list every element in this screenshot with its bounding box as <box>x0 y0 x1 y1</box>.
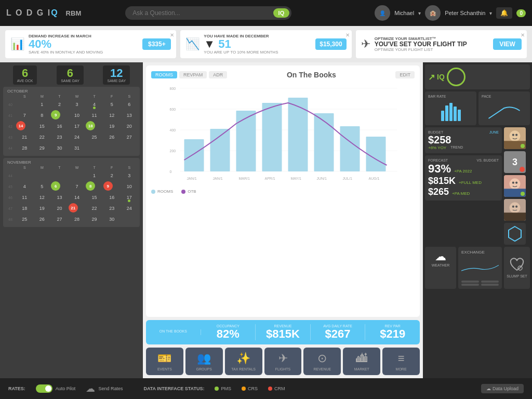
cal-cell[interactable]: 14 <box>69 192 86 203</box>
cal-cell[interactable]: 4 <box>16 181 33 192</box>
cal-cell[interactable]: 22 <box>86 203 103 214</box>
forecast-revenue: $815K <box>428 176 456 187</box>
cal-cell[interactable]: 1 <box>34 99 51 110</box>
cal-cell[interactable] <box>16 99 33 110</box>
exchange-btn-1[interactable] <box>461 281 479 283</box>
cal-cell[interactable]: 21 <box>16 132 33 142</box>
cal-cell[interactable]: 6 <box>121 99 138 110</box>
cal-cell[interactable]: 2 <box>103 170 121 181</box>
weather-box[interactable]: ☁ WEATHER <box>425 247 456 289</box>
cal-cell[interactable]: 9 <box>51 110 60 119</box>
auto-pilot-toggle[interactable] <box>36 384 52 393</box>
alert-2-box[interactable]: $15,300 <box>315 38 346 50</box>
cal-cell[interactable]: 3 <box>121 170 138 181</box>
cal-cell[interactable]: 7 <box>16 110 33 121</box>
cal-cell[interactable]: 15 <box>34 121 51 131</box>
exchange-btn-2[interactable] <box>481 281 499 283</box>
user2-chevron[interactable]: ▾ <box>489 10 492 16</box>
tab-adr[interactable]: ADR <box>209 71 227 78</box>
cal-cell[interactable]: 24 <box>69 132 86 142</box>
alert-3-box[interactable]: VIEW <box>493 38 522 50</box>
cal-cell[interactable]: 14 <box>16 121 25 130</box>
icon-events[interactable]: 🎫 EVENTS <box>146 348 183 375</box>
data-upload-button[interactable]: ☁ Data Upload <box>481 384 524 393</box>
user1-chevron[interactable]: ▾ <box>418 10 421 16</box>
cal-cell[interactable]: 21 <box>69 203 78 212</box>
cal-cell[interactable]: 9 <box>103 181 113 191</box>
cal-cell[interactable]: 27 <box>51 214 68 224</box>
cal-cell[interactable]: 18 <box>16 203 33 214</box>
alert-1-box[interactable]: $335+ <box>142 38 171 50</box>
icon-market[interactable]: 🏙 MARKET <box>343 348 380 375</box>
icon-groups[interactable]: 👥 GROUPS <box>185 348 223 375</box>
search-input[interactable] <box>125 6 291 20</box>
cal-cell[interactable]: 28 <box>69 214 86 224</box>
cal-cell[interactable]: 3 <box>69 99 86 110</box>
exchange-btn-3[interactable] <box>461 284 479 286</box>
cal-cell[interactable]: 5 <box>34 181 51 192</box>
cal-cell[interactable]: 10 <box>121 181 138 192</box>
cal-cell[interactable]: 4 <box>86 99 103 110</box>
cloud-upload-icon: ☁ <box>86 383 95 394</box>
cal-cell[interactable]: 12 <box>34 192 51 203</box>
cal-cell[interactable]: 16 <box>51 121 68 131</box>
slump-set-box[interactable]: SLUMP SET <box>504 247 530 289</box>
cal-cell[interactable]: 17 <box>121 192 138 203</box>
tab-revpam[interactable]: REVPAM <box>179 71 207 78</box>
cal-cell[interactable]: 29 <box>86 214 103 224</box>
cal-cell[interactable]: 27 <box>121 132 138 142</box>
cal-cell[interactable]: 29 <box>34 143 51 153</box>
cal-cell[interactable]: 12 <box>103 110 121 121</box>
cal-cell[interactable]: 26 <box>34 214 51 224</box>
alert-3-close[interactable]: ✕ <box>521 32 525 38</box>
alert-2-close[interactable]: ✕ <box>345 32 350 38</box>
icon-revenue[interactable]: ⊙ REVENUE <box>303 348 341 375</box>
cal-cell[interactable]: 26 <box>103 132 121 142</box>
tab-edit[interactable]: EDIT <box>395 71 415 78</box>
bell-button[interactable]: 🔔 <box>496 7 512 19</box>
icon-flights[interactable]: ✈ FLIGHTS <box>264 348 302 375</box>
cal-cell[interactable]: 23 <box>51 132 68 142</box>
avatar-4[interactable] <box>504 199 526 221</box>
cal-cell[interactable]: 13 <box>121 110 138 121</box>
tab-rooms[interactable]: ROOMS <box>151 71 177 78</box>
cal-cell[interactable]: 11 <box>16 192 33 203</box>
cal-cell[interactable]: 18 <box>86 121 95 130</box>
cal-cell[interactable]: 31 <box>69 143 86 153</box>
alert-1-close[interactable]: ✕ <box>170 32 174 38</box>
cal-cell[interactable]: 23 <box>103 203 121 214</box>
icon-tax-rentals[interactable]: ✨ TAX RENTALS <box>225 348 262 375</box>
cal-cell[interactable]: 20 <box>51 203 68 214</box>
avatar-5-hex[interactable] <box>504 223 526 245</box>
cal-cell[interactable]: 19 <box>103 121 121 131</box>
cal-cell[interactable]: 20 <box>121 121 138 131</box>
cal-cell[interactable]: 5 <box>103 99 121 110</box>
cal-cell[interactable]: 13 <box>51 192 68 203</box>
cal-cell[interactable]: 28 <box>16 143 33 153</box>
avatar-3[interactable] <box>504 175 526 197</box>
cal-cell[interactable]: 10 <box>69 110 86 121</box>
cal-cell[interactable]: 30 <box>103 214 121 224</box>
cal-cell[interactable]: 11 <box>86 110 103 121</box>
cal-cell[interactable]: 17 <box>69 121 86 131</box>
cal-cell[interactable]: 2 <box>51 99 68 110</box>
svg-text:JAN/1: JAN/1 <box>187 177 197 180</box>
icon-more[interactable]: ≡ MORE <box>382 348 420 375</box>
cal-cell[interactable]: 8 <box>86 181 95 191</box>
avatar-1[interactable] <box>504 127 526 149</box>
cal-cell[interactable]: 1 <box>86 170 103 181</box>
cal-cell[interactable]: 30 <box>51 143 68 153</box>
exchange-btn-4[interactable] <box>481 284 499 286</box>
cal-cell[interactable]: 7 <box>69 181 86 192</box>
cal-cell[interactable]: 16 <box>103 192 121 203</box>
cal-cell[interactable]: 6 <box>51 181 60 191</box>
cal-cell[interactable]: 19 <box>34 203 51 214</box>
cal-cell[interactable]: 24 <box>121 203 138 214</box>
iq-button[interactable]: IQ <box>273 8 290 18</box>
cal-cell[interactable]: 22 <box>34 132 51 142</box>
cal-cell[interactable]: 8 <box>34 110 51 121</box>
avatar-2[interactable]: 3 <box>504 151 526 173</box>
cal-cell[interactable]: 25 <box>16 214 33 224</box>
cal-cell[interactable]: 25 <box>86 132 103 142</box>
cal-cell[interactable]: 15 <box>86 192 103 203</box>
